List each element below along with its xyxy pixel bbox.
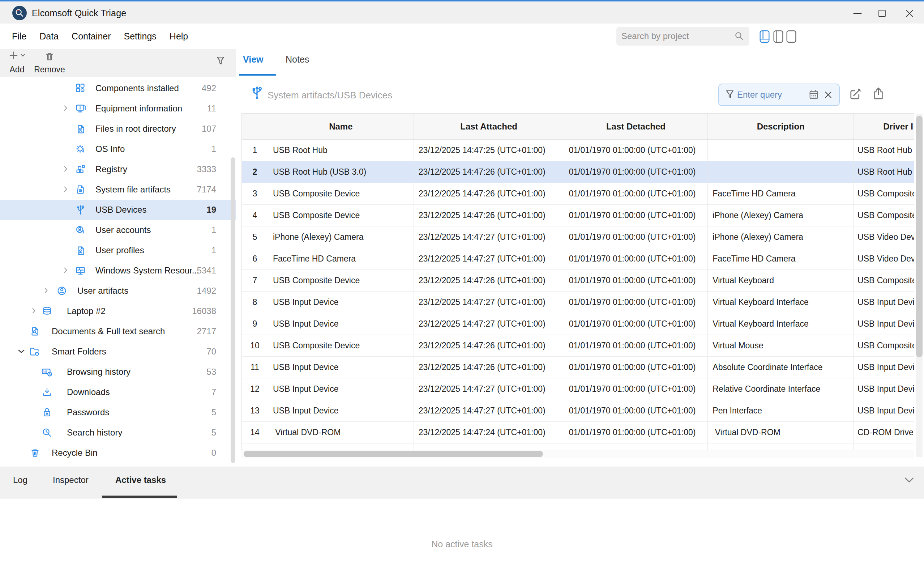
chevron-right-icon[interactable] [30,306,39,316]
components-icon [74,82,88,95]
row-number-cell: 3 [242,183,268,205]
name-cell: USB Root Hub (USB 3.0) [268,161,414,183]
layout-split-left-button[interactable] [773,29,784,44]
sidebar-item-components-installed[interactable]: Components installed492 [0,79,236,99]
description-cell: Relative Coordinate Interface [708,378,854,400]
query-input[interactable] [737,90,807,100]
last-detached-cell: 01/01/1970 01:00:00 (UTC+01:00) [564,335,708,357]
clear-query-icon[interactable] [821,88,835,102]
table-row[interactable]: 5iPhone (Alexey) Camera23/12/2025 14:47:… [242,227,914,248]
layout-split-bottom-button[interactable] [759,29,770,44]
chevron-right-icon[interactable] [61,185,71,194]
table-row[interactable]: 2USB Root Hub (USB 3.0)23/12/2025 14:47:… [242,161,914,183]
sidebar-item-passwords[interactable]: Passwords5 [0,403,236,423]
user-profiles-icon [74,244,88,257]
table-row[interactable]: 1USB Root Hub23/12/2025 14:47:25 (UTC+01… [242,140,914,161]
search-input[interactable] [621,31,733,41]
table-row[interactable]: 10USB Composite Device23/12/2025 14:47:2… [242,335,914,357]
vertical-scrollbar[interactable] [916,114,922,457]
sidebar-item-registry[interactable]: Registry3333 [0,160,236,180]
sidebar-item-files-in-root-directory[interactable]: Files in root directory107 [0,119,236,139]
sidebar-scrollbar[interactable] [231,157,235,463]
horizontal-scrollbar[interactable] [241,450,914,458]
item-count-badge: 3333 [197,164,216,174]
table-row[interactable]: 3USB Composite Device23/12/2025 14:47:26… [242,183,914,205]
sidebar-item-usb-devices[interactable]: USB Devices19 [0,200,236,220]
menu-file[interactable]: File [5,28,33,44]
table-row[interactable]: 4USB Composite Device23/12/2025 14:47:26… [242,205,914,227]
breadcrumb: System artifacts/USB Devices [267,90,392,101]
tab-log[interactable]: Log [13,475,27,485]
item-count-badge: 7174 [197,184,216,195]
collapse-panel-chevron-down-icon[interactable] [902,473,918,489]
tab-view[interactable]: View [243,54,264,65]
add-button[interactable]: Add [5,50,30,75]
table-row[interactable]: 6FaceTime HD Camera23/12/2025 14:47:27 (… [242,248,914,270]
menu-data[interactable]: Data [33,28,65,44]
chevron-down-icon[interactable] [17,347,26,356]
column-header-description[interactable]: Description [708,114,854,140]
sidebar-item-browsing-history[interactable]: httBrowsing history53 [0,362,236,382]
chevron-right-icon[interactable] [42,286,51,295]
menu-settings[interactable]: Settings [117,28,163,44]
sidebar-item-user-profiles[interactable]: User profiles1 [0,240,236,261]
sidebar-item-os-info[interactable]: OS Info1 [0,139,236,160]
sidebar-item-downloads[interactable]: Downloads7 [0,382,236,403]
column-header-last-attached[interactable]: Last Attached [414,114,564,140]
item-count-badge: 53 [206,367,216,377]
last-detached-cell: 01/01/1970 01:00:00 (UTC+01:00) [564,205,708,227]
minimize-button[interactable] [850,6,865,20]
calendar-icon[interactable] [807,88,821,102]
sidebar-filter-button[interactable] [214,55,231,71]
sidebar-item-search-history[interactable]: Search history5 [0,423,236,443]
horizontal-scrollbar-thumb[interactable] [244,451,543,457]
chevron-right-icon[interactable] [61,104,71,113]
sidebar-item-system-file-artifacts[interactable]: System file artifacts7174 [0,180,236,200]
table-row[interactable]: 11USB Input Device23/12/2025 14:47:26 (U… [242,357,914,378]
sidebar-item-user-accounts[interactable]: User accounts1 [0,220,236,240]
sidebar-item-laptop-2[interactable]: Laptop #216038 [0,301,236,322]
column-header-last-detached[interactable]: Last Detached [564,114,708,140]
maximize-button[interactable] [875,6,889,20]
close-button[interactable] [902,6,917,20]
sidebar-item-windows-system-resour[interactable]: Windows System Resour...5341 [0,261,236,281]
column-header-driver[interactable]: Driver I [854,114,914,140]
sidebar-item-documents-full-text-search[interactable]: Documents & Full text search2717 [0,322,236,342]
description-cell [708,161,854,183]
row-number-cell: 1 [242,140,268,161]
sidebar-item-label: Passwords [67,407,109,417]
chevron-right-icon[interactable] [61,164,71,174]
sidebar-item-label: Downloads [67,387,110,397]
menu-container[interactable]: Container [65,28,117,44]
table-row[interactable]: 8USB Input Device23/12/2025 14:47:27 (UT… [242,292,914,313]
description-cell: Virtual DVD-ROM [708,422,854,443]
table-row[interactable]: 9USB Input Device23/12/2025 14:47:27 (UT… [242,313,914,335]
sidebar-item-user-artifacts[interactable]: User artifacts1492 [0,281,236,301]
last-detached-cell: 01/01/1970 01:00:00 (UTC+01:00) [564,227,708,248]
vertical-scrollbar-thumb[interactable] [916,116,922,358]
menu-help[interactable]: Help [163,28,194,44]
sidebar-item-recycle-bin[interactable]: Recycle Bin0 [0,443,236,463]
export-button[interactable] [871,86,888,103]
chevron-right-icon[interactable] [61,266,71,275]
layout-single-button[interactable] [786,29,797,44]
tab-active-tasks[interactable]: Active tasks [115,475,166,485]
sidebar-item-smart-folders[interactable]: Smart Folders70 [0,342,236,362]
remove-button-label: Remove [34,65,65,75]
remove-button[interactable]: Remove [33,50,66,75]
column-header-index[interactable] [242,114,268,140]
name-cell: USB Composite Device [268,270,414,292]
item-count-badge: 5 [211,428,216,438]
tab-notes[interactable]: Notes [285,54,309,65]
row-number-cell: 13 [242,400,268,422]
tab-inspector[interactable]: Inspector [53,475,89,485]
edit-button[interactable] [847,86,865,103]
sidebar-item-label: Components installed [96,83,179,93]
sidebar-item-equipment-information[interactable]: Equipment information11 [0,99,236,119]
last-detached-cell: 01/01/1970 01:00:00 (UTC+01:00) [564,313,708,335]
table-row[interactable]: 14 Virtual DVD-ROM23/12/2025 14:47:24 (U… [242,422,914,443]
table-row[interactable]: 13USB Input Device23/12/2025 14:47:27 (U… [242,400,914,422]
column-header-name[interactable]: Name [268,114,414,140]
table-row[interactable]: 7USB Composite Device23/12/2025 14:47:26… [242,270,914,292]
table-row[interactable]: 12USB Input Device23/12/2025 14:47:27 (U… [242,378,914,400]
